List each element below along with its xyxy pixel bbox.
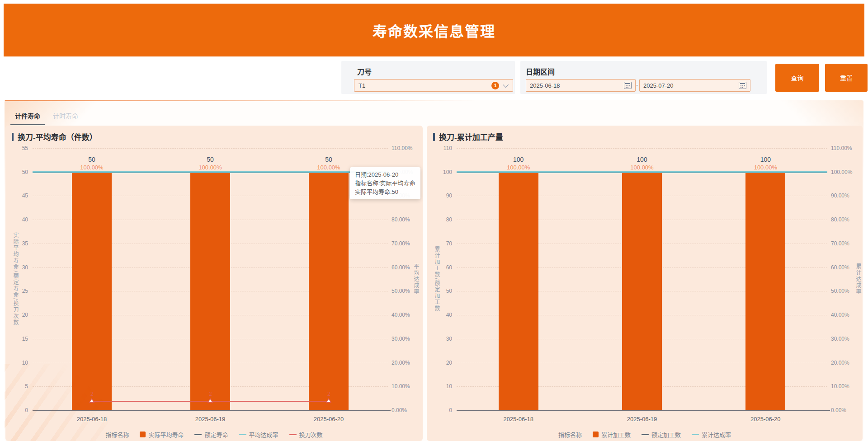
triangle-marker (208, 398, 213, 403)
y-axis-title: 累计加工数/额定加工数 (433, 246, 441, 312)
rate-line (457, 171, 827, 173)
bar-value-label: 50 (88, 156, 95, 163)
date-start-input[interactable] (526, 79, 636, 92)
bar[interactable] (72, 172, 112, 410)
y-axis-tick: 30 (22, 264, 28, 271)
tab-time-life[interactable]: 计时寿命 (48, 111, 83, 125)
y-axis-tick: 5 (25, 383, 28, 389)
calendar-icon[interactable] (624, 82, 632, 89)
y-axis-tick: 15 (22, 336, 28, 342)
y-axis-tick: 45 (22, 192, 28, 199)
y2-axis-tick: 10.00% (392, 383, 410, 389)
y2-axis-tick: 30.00% (392, 336, 410, 342)
page-title: 寿命数采信息管理 (373, 20, 495, 41)
y-axis-tick: 10 (446, 383, 452, 389)
x-axis-line (33, 410, 391, 411)
legend: 指标名称累计加工数额定加工数累计达成率 (427, 430, 863, 439)
legend-item[interactable]: 额定寿命 (194, 430, 228, 439)
changes-value-label: 2 (327, 391, 330, 397)
legend-dash-icon (239, 434, 246, 435)
tool-select[interactable]: T1 1 (354, 79, 513, 92)
chart-card-average-life: 换刀-平均寿命（件数） 实际平均寿命/额定寿命/换刀次数 平均达成率 日期:20… (5, 126, 423, 441)
bar[interactable] (745, 172, 785, 410)
legend-item[interactable]: 换刀次数 (289, 430, 323, 439)
y-axis-tick: 50 (446, 288, 452, 294)
bar[interactable] (190, 172, 230, 410)
y2-axis-tick: 20.00% (392, 360, 410, 366)
y-axis-tick: 10 (22, 360, 28, 366)
chart-title-text: 换刀-平均寿命（件数） (18, 131, 97, 142)
bar-value-label: 50 (207, 156, 214, 163)
chart-tooltip: 日期:2025-06-20 指标名称:实际平均寿命 实际平均寿命:50 (350, 167, 420, 199)
y-axis-tick: 80 (446, 216, 452, 223)
y2-axis-tick: 40.00% (831, 312, 849, 318)
chart-title-text: 换刀-累计加工产量 (439, 131, 503, 142)
tab-piece-life[interactable]: 计件寿命 (10, 111, 45, 125)
chart-title: 换刀-累计加工产量 (433, 131, 503, 142)
y2-axis-tick: 60.00% (392, 264, 410, 271)
date-end-field[interactable] (643, 82, 739, 89)
y2-axis-tick: 60.00% (831, 264, 849, 271)
reset-button[interactable]: 重置 (825, 64, 868, 92)
legend-item[interactable]: 额定加工数 (642, 430, 681, 439)
y2-axis-tick: 90.00% (831, 192, 849, 199)
legend-item[interactable]: 累计达成率 (692, 430, 731, 439)
legend-title: 指标名称 (558, 430, 582, 439)
y2-axis-tick: 110.00% (392, 145, 412, 151)
y-axis-tick: 40 (446, 312, 452, 318)
y2-axis-title: 平均达成率 (412, 263, 420, 295)
legend-item[interactable]: 实际平均寿命 (140, 430, 184, 439)
y-axis-tick: 25 (22, 288, 28, 294)
bar-value-label: 50 (325, 156, 332, 163)
bar-value-label: 100 (760, 156, 771, 163)
tooltip-line-metric: 指标名称:实际平均寿命 (355, 179, 415, 188)
y2-axis-tick: 0.00% (392, 407, 407, 413)
calendar-icon[interactable] (739, 82, 746, 89)
legend-dash-icon (642, 434, 649, 435)
tool-filter-group: 刀号 T1 1 (341, 61, 515, 94)
bar-percent-label: 100.00% (507, 164, 530, 171)
bar-percent-label: 100.00% (317, 164, 340, 171)
y-axis-tick: 30 (446, 336, 452, 342)
y-axis-tick: 0 (449, 407, 452, 413)
legend: 指标名称实际平均寿命额定寿命平均达成率换刀次数 (5, 430, 423, 439)
page-header: 寿命数采信息管理 (4, 4, 864, 56)
selected-count-badge: 1 (491, 82, 499, 89)
legend-item[interactable]: 平均达成率 (239, 430, 278, 439)
date-end-input[interactable] (639, 79, 750, 92)
y-axis-title: 实际平均寿命/额定寿命/换刀次数 (12, 233, 19, 326)
legend-dash-icon (289, 434, 297, 435)
content-panel: 计件寿命 计时寿命 换刀-平均寿命（件数） 实际平均寿命/额定寿命/换刀次数 平… (5, 100, 863, 441)
y2-axis-tick: 0.00% (831, 407, 846, 413)
x-axis-label: 2025-06-18 (503, 416, 533, 422)
life-type-tabs: 计件寿命 计时寿命 (10, 111, 83, 125)
y2-axis-tick: 80.00% (392, 216, 410, 223)
date-range-filter-group: 日期区间 - (520, 61, 767, 94)
y2-axis-tick: 10.00% (831, 383, 849, 389)
y2-axis-tick: 30.00% (831, 336, 849, 342)
legend-square-icon (593, 432, 599, 437)
y-axis-tick: 90 (446, 192, 452, 199)
bar[interactable] (309, 172, 349, 410)
triangle-marker (89, 398, 94, 403)
triangle-marker (326, 398, 331, 403)
bar-value-label: 100 (637, 156, 647, 163)
gridline (457, 148, 827, 149)
y2-axis-tick: 50.00% (392, 288, 410, 294)
y-axis-tick: 60 (446, 264, 452, 271)
bar-value-label: 100 (513, 156, 524, 163)
search-button[interactable]: 查询 (775, 64, 819, 92)
title-marker (433, 133, 435, 141)
y-axis-tick: 70 (446, 240, 452, 247)
y2-axis-title: 累计达成率 (854, 263, 862, 295)
rate-line (33, 171, 388, 173)
title-marker (12, 133, 14, 141)
date-start-field[interactable] (530, 82, 624, 89)
bar[interactable] (499, 172, 538, 410)
legend-item[interactable]: 累计加工数 (593, 430, 631, 439)
bar[interactable] (622, 172, 662, 410)
changes-value-label: 2 (209, 391, 212, 397)
tooltip-line-date: 日期:2025-06-20 (355, 170, 415, 179)
date-separator: - (636, 81, 638, 88)
bar-percent-label: 100.00% (80, 164, 103, 171)
